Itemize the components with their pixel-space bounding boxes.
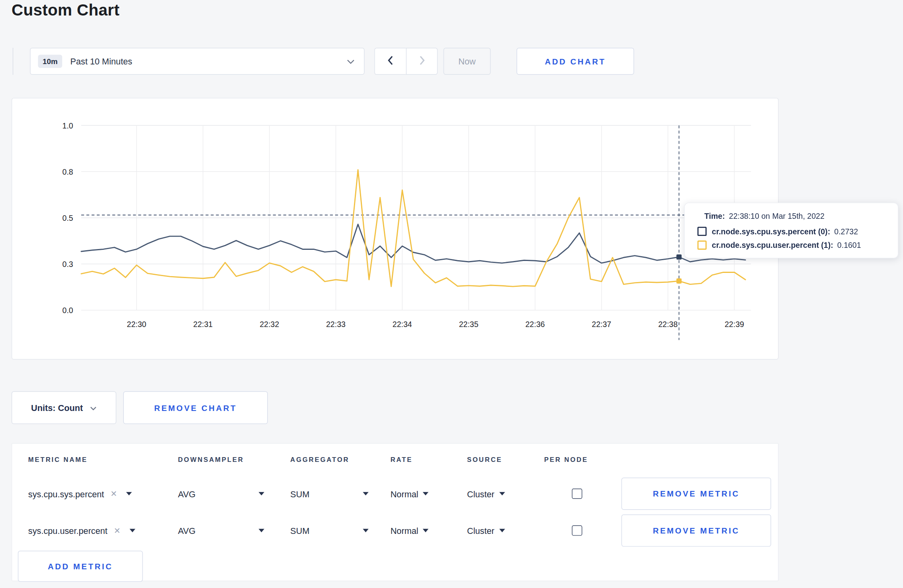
remove-metric-button[interactable]: REMOVE METRIC xyxy=(622,478,771,510)
time-range-badge: 10m xyxy=(38,55,62,68)
tooltip-series-value: 0.1601 xyxy=(837,241,861,249)
tooltip-series-value: 0.2732 xyxy=(834,227,858,236)
caret-down-icon xyxy=(363,529,368,532)
caret-down-icon xyxy=(363,492,368,496)
page: Custom Chart 10m Past 10 Minutes Now ADD… xyxy=(0,0,903,588)
caret-down-icon xyxy=(499,529,504,532)
svg-text:22:37: 22:37 xyxy=(592,320,611,329)
aggregator-select[interactable]: SUM xyxy=(290,513,369,549)
caret-down-icon xyxy=(258,492,264,496)
caret-down-icon xyxy=(423,529,428,532)
svg-text:22:38: 22:38 xyxy=(658,320,678,329)
tooltip-series-row: cr.node.sys.cpu.sys.percent (0): 0.2732 xyxy=(698,227,886,236)
caret-down-icon xyxy=(130,529,135,532)
column-header-rate: RATE xyxy=(391,456,413,463)
add-metric-button[interactable]: ADD METRIC xyxy=(18,551,143,582)
column-header-aggregator: AGGREGATOR xyxy=(290,456,349,463)
source-select[interactable]: Cluster xyxy=(467,513,505,549)
svg-text:0.0: 0.0 xyxy=(63,306,73,315)
units-dropdown-label: Units: Count xyxy=(31,403,83,413)
aggregator-select[interactable]: SUM xyxy=(290,476,369,512)
metric-name-select[interactable]: sys.cpu.user.percent ✕ xyxy=(28,513,135,549)
caret-down-icon xyxy=(126,492,132,496)
downsampler-value: AVG xyxy=(178,526,195,535)
column-header-per-node: PER NODE xyxy=(544,456,588,463)
remove-metric-button[interactable]: REMOVE METRIC xyxy=(622,514,771,547)
svg-text:22:35: 22:35 xyxy=(459,320,479,329)
source-value: Cluster xyxy=(467,489,494,499)
rate-value: Normal xyxy=(391,526,418,535)
series-sys-swatch-icon xyxy=(698,227,707,236)
time-range-label: Past 10 Minutes xyxy=(70,56,133,66)
page-title: Custom Chart xyxy=(12,1,119,19)
downsampler-value: AVG xyxy=(178,489,195,499)
caret-down-icon xyxy=(499,492,504,496)
time-range-dropdown[interactable]: 10m Past 10 Minutes xyxy=(30,48,364,75)
chart-plot[interactable]: 0.00.30.50.81.022:3022:3122:3222:3322:34… xyxy=(12,98,779,360)
tooltip-time-value: 22:38:10 on Mar 15th, 2022 xyxy=(729,212,825,220)
source-value: Cluster xyxy=(467,526,494,535)
tooltip-series-label: cr.node.sys.cpu.user.percent (1): xyxy=(712,241,833,249)
svg-text:22:39: 22:39 xyxy=(725,320,744,329)
chevron-right-icon xyxy=(418,55,425,68)
add-chart-button[interactable]: ADD CHART xyxy=(516,48,634,75)
downsampler-select[interactable]: AVG xyxy=(178,513,264,549)
metric-name-value: sys.cpu.sys.percent xyxy=(28,489,104,499)
units-dropdown[interactable]: Units: Count xyxy=(12,391,116,424)
svg-text:22:32: 22:32 xyxy=(260,320,279,329)
chart-card: 0.00.30.50.81.022:3022:3122:3222:3322:34… xyxy=(12,98,779,360)
svg-text:0.3: 0.3 xyxy=(63,260,73,269)
series-user-swatch-icon xyxy=(698,241,707,250)
chevron-down-icon xyxy=(347,56,355,66)
per-node-checkbox[interactable] xyxy=(572,526,582,536)
tooltip-series-row: cr.node.sys.cpu.user.percent (1): 0.1601 xyxy=(698,241,886,250)
next-timeframe-button[interactable] xyxy=(406,48,438,75)
svg-text:22:34: 22:34 xyxy=(393,320,412,329)
rate-value: Normal xyxy=(391,489,418,499)
svg-text:1.0: 1.0 xyxy=(63,121,73,130)
table-row: sys.cpu.user.percent ✕ AVG SUM Normal Cl… xyxy=(12,513,779,549)
toolbar-divider xyxy=(13,48,13,75)
per-node-checkbox[interactable] xyxy=(572,489,582,499)
svg-text:22:30: 22:30 xyxy=(127,320,147,329)
metric-name-value: sys.cpu.user.percent xyxy=(28,526,108,535)
svg-text:0.8: 0.8 xyxy=(63,167,73,176)
downsampler-select[interactable]: AVG xyxy=(178,476,264,512)
svg-text:22:31: 22:31 xyxy=(193,320,213,329)
aggregator-value: SUM xyxy=(290,489,309,499)
svg-text:0.5: 0.5 xyxy=(63,214,73,222)
rate-select[interactable]: Normal xyxy=(391,476,429,512)
source-select[interactable]: Cluster xyxy=(467,476,505,512)
tooltip-series-label: cr.node.sys.cpu.sys.percent (0): xyxy=(712,227,830,236)
column-header-downsampler: DOWNSAMPLER xyxy=(178,456,244,463)
caret-down-icon xyxy=(423,492,428,496)
chart-tooltip: Time:22:38:10 on Mar 15th, 2022 cr.node.… xyxy=(684,202,898,258)
svg-text:22:36: 22:36 xyxy=(526,320,545,329)
clear-metric-icon[interactable]: ✕ xyxy=(114,526,121,534)
metric-name-select[interactable]: sys.cpu.sys.percent ✕ xyxy=(28,476,132,512)
rate-select[interactable]: Normal xyxy=(391,513,429,549)
caret-down-icon xyxy=(258,529,264,532)
remove-chart-button[interactable]: REMOVE CHART xyxy=(123,391,268,424)
tooltip-time: Time:22:38:10 on Mar 15th, 2022 xyxy=(704,212,886,220)
clear-metric-icon[interactable]: ✕ xyxy=(110,490,117,498)
now-button[interactable]: Now xyxy=(444,48,491,75)
svg-text:22:33: 22:33 xyxy=(326,320,346,329)
chevron-down-icon xyxy=(90,403,97,413)
prev-timeframe-button[interactable] xyxy=(374,48,406,75)
chevron-left-icon xyxy=(387,55,394,68)
tooltip-time-label: Time: xyxy=(704,212,725,220)
column-header-source: SOURCE xyxy=(467,456,502,463)
column-header-metric-name: METRIC NAME xyxy=(28,456,88,463)
time-nav-group xyxy=(374,48,438,75)
aggregator-value: SUM xyxy=(290,526,309,535)
table-row: sys.cpu.sys.percent ✕ AVG SUM Normal Clu… xyxy=(12,476,779,512)
metrics-table: METRIC NAME DOWNSAMPLER AGGREGATOR RATE … xyxy=(12,443,779,581)
